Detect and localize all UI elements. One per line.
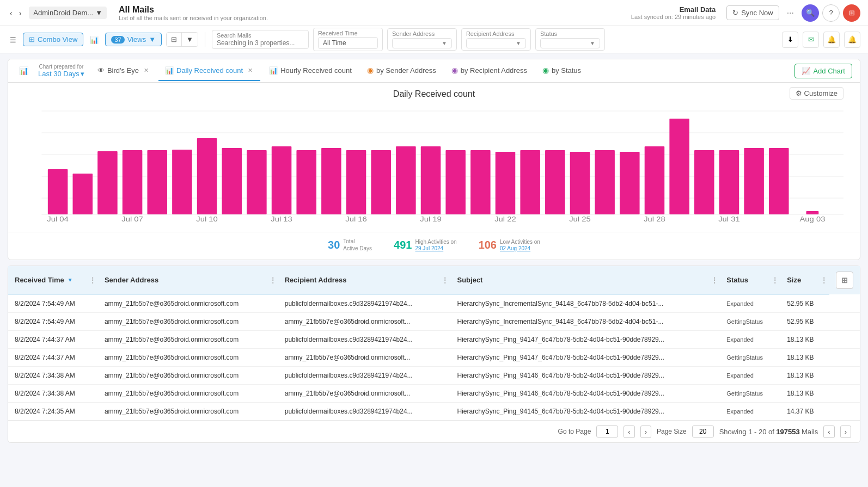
cell-extra bbox=[829, 366, 860, 384]
add-chart-button[interactable]: 📈 Add Chart bbox=[794, 64, 852, 78]
nav-arrows: ‹ › bbox=[8, 8, 23, 19]
tab-by-sender[interactable]: ◉ by Sender Address bbox=[360, 60, 443, 81]
cell-received-time: 8/2/2024 7:44:37 AM bbox=[8, 330, 98, 348]
chart-area: 📊 Chart prepared for Last 30 Days ▾ 👁 Bi… bbox=[8, 59, 860, 260]
grid-button[interactable]: ⊞ bbox=[843, 4, 860, 22]
sync-icon: ↻ bbox=[732, 9, 738, 17]
sync-info: Email Data Last synced on: 29 minutes ag… bbox=[631, 5, 716, 20]
chart-stats: 30 TotalActive Days 491 High Activities … bbox=[8, 232, 860, 254]
col-subject: Subject ⋮ bbox=[450, 266, 720, 294]
org-name: AdminDroid Dem... bbox=[33, 9, 93, 17]
active-days-label: TotalActive Days bbox=[343, 238, 372, 252]
tab-by-status[interactable]: ◉ by Status bbox=[536, 60, 588, 81]
status-col-menu[interactable]: ⋮ bbox=[772, 276, 778, 284]
hourly-received-icon: 📊 bbox=[269, 66, 278, 75]
birds-eye-close-button[interactable]: ✕ bbox=[143, 67, 150, 74]
sender-address-col-menu[interactable]: ⋮ bbox=[270, 276, 276, 284]
prev-page-button[interactable]: ‹ bbox=[624, 426, 634, 438]
received-time-sort[interactable]: Received Time ▼ bbox=[15, 276, 73, 284]
received-time-select[interactable]: All Time bbox=[318, 37, 378, 49]
svg-rect-29 bbox=[496, 152, 516, 214]
svg-rect-32 bbox=[570, 152, 590, 214]
help-button[interactable]: ? bbox=[822, 4, 840, 22]
tab-hourly-received[interactable]: 📊 Hourly Received count bbox=[262, 61, 358, 81]
cell-sender: ammy_21fb5b7e@o365droid.onmicrosoft.com bbox=[98, 366, 278, 384]
more-options-button[interactable]: ··· bbox=[785, 8, 796, 18]
sync-now-button[interactable]: ↻ Sync Now bbox=[726, 5, 779, 20]
cell-size: 18.13 KB bbox=[780, 348, 829, 366]
size-col-menu[interactable]: ⋮ bbox=[821, 276, 827, 284]
download-button[interactable]: ⬇ bbox=[782, 32, 798, 48]
org-selector[interactable]: AdminDroid Dem... ▼ bbox=[29, 7, 107, 19]
list-view-button[interactable]: ☰ bbox=[8, 33, 19, 47]
search-mails-input[interactable] bbox=[217, 39, 304, 47]
daily-received-close-button[interactable]: ✕ bbox=[247, 67, 254, 74]
nav-forward-button[interactable]: › bbox=[17, 8, 24, 19]
table-row: 8/2/2024 7:34:38 AM ammy_21fb5b7e@o365dr… bbox=[8, 366, 860, 384]
svg-text:Jul 31: Jul 31 bbox=[718, 215, 740, 223]
filter-toggle-button[interactable]: ⊟ bbox=[167, 33, 182, 46]
svg-text:Jul 22: Jul 22 bbox=[494, 215, 516, 223]
notification-button[interactable]: 🔔 bbox=[844, 32, 860, 48]
views-dropdown[interactable]: 37 Views ▼ bbox=[105, 33, 162, 46]
low-activity-date[interactable]: 02 Aug 2024 bbox=[500, 245, 540, 251]
sync-info-title: Email Data bbox=[631, 5, 716, 14]
sender-chevron-icon: ▼ bbox=[442, 40, 447, 46]
cell-status: Expanded bbox=[720, 402, 780, 420]
chart-period-selector[interactable]: Last 30 Days ▾ bbox=[38, 70, 84, 78]
filter-button-group: ⊟ ▼ bbox=[166, 32, 198, 47]
cell-subject: HierarchySync_Ping_94147_6c47bb78-5db2-4… bbox=[450, 348, 720, 366]
table-row: 8/2/2024 7:44:37 AM ammy_21fb5b7e@o365dr… bbox=[8, 348, 860, 366]
prev-page-btn-2[interactable]: ‹ bbox=[823, 426, 834, 438]
page-number-input[interactable] bbox=[596, 426, 618, 437]
by-status-icon: ◉ bbox=[542, 66, 549, 75]
svg-rect-21 bbox=[296, 150, 316, 214]
mail-button[interactable]: ✉ bbox=[803, 32, 819, 48]
status-group: Status ▼ bbox=[535, 28, 605, 50]
svg-rect-17 bbox=[197, 138, 217, 214]
chart-title-row: Daily Received count ⚙ Customize bbox=[8, 83, 860, 99]
nav-back-button[interactable]: ‹ bbox=[8, 8, 15, 19]
cell-status: Expanded bbox=[720, 294, 780, 312]
cell-received-time: 8/2/2024 7:34:38 AM bbox=[8, 366, 98, 384]
table-grid-options-button[interactable]: ⊞ bbox=[836, 272, 853, 289]
page-size-input[interactable] bbox=[692, 426, 714, 437]
org-chevron-icon: ▼ bbox=[95, 9, 102, 17]
chart-bar-icon: 📊 bbox=[16, 62, 32, 79]
subject-col-menu[interactable]: ⋮ bbox=[711, 276, 718, 284]
status-select[interactable]: ▼ bbox=[540, 38, 600, 48]
page-subtitle: List of all the mails sent or received i… bbox=[119, 15, 626, 21]
filter-expand-button[interactable]: ▼ bbox=[182, 33, 198, 46]
page-title: All Mails bbox=[119, 5, 626, 15]
next-page-button[interactable]: › bbox=[640, 426, 651, 438]
svg-rect-11 bbox=[48, 169, 68, 214]
cell-sender: ammy_21fb5b7e@o365droid.onmicrosoft.com bbox=[98, 312, 278, 330]
recipient-address-select[interactable]: ▼ bbox=[466, 38, 526, 48]
combo-view-button[interactable]: ⊞ Combo View bbox=[23, 33, 83, 46]
toolbar: ☰ ⊞ Combo View 📊 37 Views ▼ ⊟ ▼ Search M… bbox=[0, 26, 868, 53]
tab-daily-received[interactable]: 📊 Daily Received count ✕ bbox=[158, 61, 260, 81]
cell-status: GettingStatus bbox=[720, 348, 780, 366]
table-row: 8/2/2024 7:54:49 AM ammy_21fb5b7e@o365dr… bbox=[8, 294, 860, 312]
chart-view-button[interactable]: 📊 bbox=[88, 33, 101, 47]
svg-rect-23 bbox=[346, 150, 366, 214]
chart-tabs: 📊 Chart prepared for Last 30 Days ▾ 👁 Bi… bbox=[8, 59, 860, 83]
alert-icon: 🔔 bbox=[827, 35, 836, 44]
bar-chart-container: 500 400 300 200 100 bbox=[8, 99, 860, 230]
recipient-address-col-menu[interactable]: ⋮ bbox=[442, 276, 448, 284]
sender-address-select[interactable]: ▼ bbox=[392, 38, 452, 48]
search-button[interactable]: 🔍 bbox=[802, 4, 819, 22]
tab-birds-eye[interactable]: 👁 Bird's Eye ✕ bbox=[91, 61, 156, 81]
sender-address-col-label: Sender Address bbox=[105, 276, 158, 284]
tab-by-recipient[interactable]: ◉ by Recipient Address bbox=[445, 60, 534, 81]
received-time-col-menu[interactable]: ⋮ bbox=[89, 276, 96, 284]
hourly-received-label: Hourly Received count bbox=[280, 66, 352, 75]
next-page-btn-2[interactable]: › bbox=[840, 426, 851, 438]
customize-button[interactable]: ⚙ Customize bbox=[790, 87, 843, 100]
svg-text:Jul 16: Jul 16 bbox=[345, 215, 367, 223]
low-activity-num: 106 bbox=[479, 239, 497, 251]
views-badge: 37 bbox=[111, 36, 124, 44]
alert-button[interactable]: 🔔 bbox=[823, 32, 840, 48]
svg-rect-33 bbox=[595, 150, 615, 214]
high-activity-date[interactable]: 29 Jul 2024 bbox=[415, 245, 456, 251]
